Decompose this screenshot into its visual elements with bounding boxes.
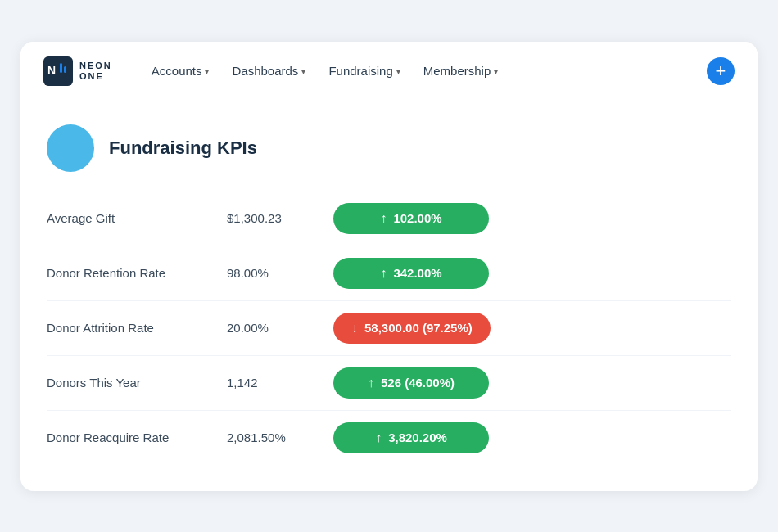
kpi-value-retention: 98.00% [227, 266, 333, 280]
logo-text: NEON ONE [79, 61, 112, 80]
kpi-icon-circle [47, 124, 94, 172]
kpi-badge-retention[interactable]: 342.00% [333, 258, 489, 289]
chevron-down-icon: ▾ [396, 67, 400, 76]
svg-text:N: N [47, 64, 56, 77]
navbar: N NEON ONE Accounts ▾ Dashboards ▾ Fundr… [20, 42, 758, 101]
arrow-up-icon [380, 266, 387, 281]
arrow-up-icon [380, 211, 387, 226]
arrow-up-icon [368, 376, 374, 390]
kpi-row-reacquire: Donor Reacquire Rate 2,081.50% 3,820.20% [47, 411, 731, 465]
chevron-down-icon: ▾ [205, 67, 209, 76]
kpi-row-average-gift: Average Gift $1,300.23 102.00% [47, 192, 731, 246]
neon-one-logo-icon: N [43, 56, 73, 86]
kpi-content: Fundraising KPIs Average Gift $1,300.23 … [20, 101, 758, 475]
kpi-badge-donors-this-year[interactable]: 526 (46.00%) [333, 367, 489, 399]
nav-item-accounts[interactable]: Accounts ▾ [152, 64, 210, 78]
nav-item-membership[interactable]: Membership ▾ [423, 64, 499, 78]
svg-rect-3 [64, 66, 66, 73]
chevron-down-icon: ▾ [301, 67, 305, 76]
kpi-label-retention: Donor Retention Rate [47, 266, 227, 280]
nav-item-fundraising[interactable]: Fundraising ▾ [328, 64, 400, 78]
nav-links: Accounts ▾ Dashboards ▾ Fundraising ▾ Me… [152, 64, 681, 78]
kpi-label-reacquire: Donor Reacquire Rate [47, 431, 227, 444]
kpi-value-donors-this-year: 1,142 [227, 376, 333, 390]
kpi-badge-average-gift[interactable]: 102.00% [333, 203, 489, 234]
kpi-value-attrition: 20.00% [227, 321, 333, 335]
kpi-badge-attrition[interactable]: 58,300.00 (97.25%) [333, 313, 491, 344]
kpi-value-average-gift: $1,300.23 [227, 211, 333, 225]
chevron-down-icon: ▾ [494, 67, 498, 76]
kpi-title: Fundraising KPIs [109, 138, 257, 159]
add-button[interactable]: + [707, 57, 735, 85]
arrow-up-icon [375, 431, 382, 445]
logo: N NEON ONE [43, 56, 112, 86]
svg-rect-2 [60, 63, 62, 73]
kpi-value-reacquire: 2,081.50% [227, 431, 333, 444]
kpi-badge-reacquire[interactable]: 3,820.20% [333, 422, 489, 453]
kpi-row-donors-this-year: Donors This Year 1,142 526 (46.00%) [47, 356, 731, 411]
kpi-label-attrition: Donor Attrition Rate [47, 321, 227, 335]
kpi-header: Fundraising KPIs [47, 124, 731, 172]
kpi-row-retention: Donor Retention Rate 98.00% 342.00% [47, 246, 731, 301]
kpi-label-donors-this-year: Donors This Year [47, 376, 227, 390]
kpi-row-attrition: Donor Attrition Rate 20.00% 58,300.00 (9… [47, 301, 731, 356]
main-card: N NEON ONE Accounts ▾ Dashboards ▾ Fundr… [20, 42, 758, 491]
kpi-label-average-gift: Average Gift [47, 211, 227, 225]
arrow-down-icon [351, 321, 358, 336]
nav-item-dashboards[interactable]: Dashboards ▾ [232, 64, 305, 78]
